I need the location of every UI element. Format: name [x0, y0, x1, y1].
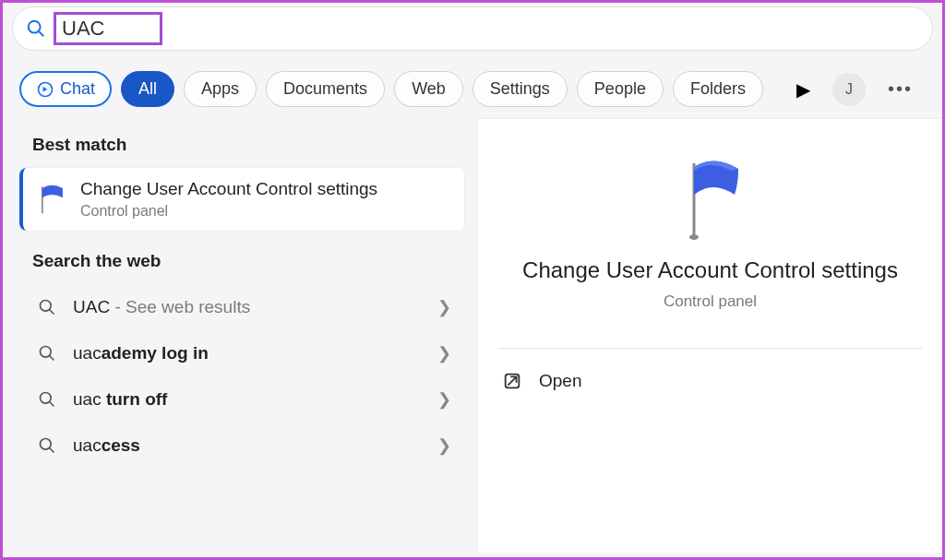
open-label: Open — [539, 371, 581, 391]
best-match-heading: Best match — [32, 135, 459, 155]
results-column: Best match Change User Account Control s… — [3, 118, 473, 553]
open-action[interactable]: Open — [498, 349, 922, 413]
best-match-title: Change User Account Control settings — [80, 179, 377, 199]
chevron-right-icon: ❯ — [437, 435, 451, 456]
open-external-icon — [502, 371, 522, 391]
search-icon — [38, 390, 56, 409]
flag-icon — [36, 184, 67, 215]
svg-line-11 — [50, 448, 54, 453]
search-bar[interactable] — [12, 6, 933, 51]
svg-point-6 — [41, 347, 52, 358]
web-result-1[interactable]: uacademy log in ❯ — [19, 330, 464, 376]
search-highlight — [54, 12, 162, 45]
filter-documents[interactable]: Documents — [266, 71, 385, 107]
svg-point-10 — [41, 439, 52, 450]
chevron-right-icon: ❯ — [437, 389, 451, 410]
preview-title: Change User Account Control settings — [498, 257, 922, 283]
search-icon — [38, 298, 56, 316]
svg-point-8 — [41, 393, 52, 404]
web-result-0[interactable]: UAC - See web results ❯ — [19, 284, 464, 330]
filter-people[interactable]: People — [577, 71, 664, 107]
search-icon — [38, 344, 56, 363]
svg-point-0 — [29, 21, 41, 33]
overflow-menu-icon[interactable]: ••• — [888, 78, 913, 100]
flag-icon — [677, 158, 744, 241]
search-web-heading: Search the web — [32, 251, 459, 271]
filter-folders[interactable]: Folders — [673, 71, 763, 107]
svg-point-13 — [689, 234, 699, 240]
web-result-2[interactable]: uac turn off ❯ — [19, 376, 464, 423]
filter-settings[interactable]: Settings — [472, 71, 568, 107]
chevron-right-icon: ❯ — [437, 297, 451, 317]
svg-line-9 — [50, 402, 54, 407]
svg-line-5 — [50, 310, 54, 315]
chevron-right-icon: ❯ — [437, 343, 451, 363]
best-match-subtitle: Control panel — [80, 203, 377, 220]
filter-all[interactable]: All — [121, 71, 174, 107]
filter-web[interactable]: Web — [394, 71, 463, 107]
filter-chat-label: Chat — [60, 79, 95, 99]
web-result-3[interactable]: uaccess ❯ — [19, 423, 464, 469]
preview-pane: Change User Account Control settings Con… — [477, 118, 942, 553]
search-window: Chat All Apps Documents Web Settings Peo… — [0, 0, 945, 560]
best-match-result[interactable]: Change User Account Control settings Con… — [19, 168, 464, 231]
search-icon — [38, 436, 56, 455]
search-icon — [26, 18, 46, 39]
svg-point-4 — [41, 301, 52, 312]
filter-chat[interactable]: Chat — [19, 71, 112, 107]
more-filters-arrow-icon[interactable]: ▶ — [796, 78, 810, 101]
svg-line-7 — [50, 356, 54, 361]
web-results-list: UAC - See web results ❯ uacademy log in … — [19, 284, 464, 469]
preview-subtitle: Control panel — [498, 292, 922, 311]
user-avatar[interactable]: J — [832, 73, 866, 106]
search-input[interactable] — [62, 17, 154, 41]
filter-apps[interactable]: Apps — [184, 71, 257, 107]
svg-line-1 — [39, 31, 44, 37]
bing-chat-icon — [36, 80, 54, 99]
filter-row: Chat All Apps Documents Web Settings Peo… — [3, 51, 942, 118]
